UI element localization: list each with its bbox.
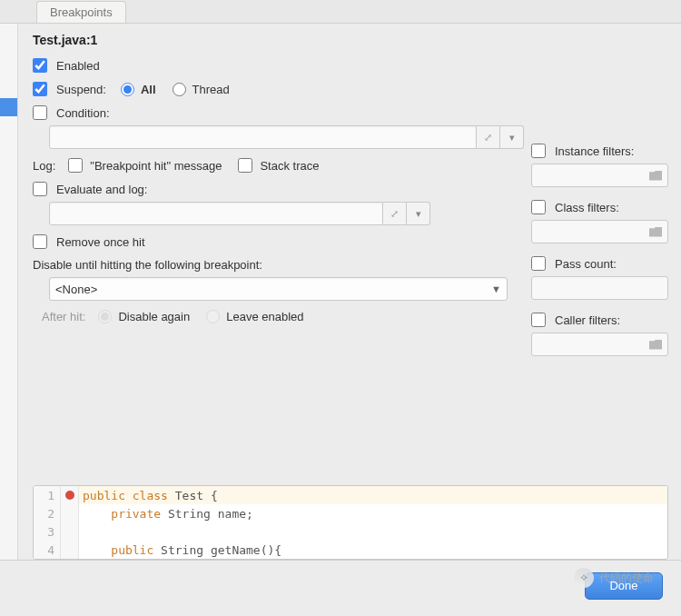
- after-hit-disable-label: Disable again: [118, 310, 190, 323]
- class-filters-checkbox[interactable]: [531, 200, 546, 214]
- code-text: public class Test {: [79, 489, 218, 502]
- expand-icon: [484, 132, 492, 144]
- pass-count-field[interactable]: [531, 276, 668, 300]
- disable-until-value: <None>: [55, 283, 97, 296]
- after-hit-disable-radio: [98, 310, 112, 323]
- after-hit-label: After hit:: [42, 310, 85, 323]
- dialog-footer: ✧ 代码的使命 Done: [0, 560, 681, 611]
- pass-count-label: Pass count:: [555, 257, 617, 271]
- folder-icon: [649, 340, 662, 350]
- evaluate-log-checkbox[interactable]: [33, 182, 47, 196]
- folder-icon: [649, 171, 662, 181]
- evaluate-log-history-dropdown[interactable]: ▾: [407, 202, 430, 225]
- watermark: ✧ 代码的使命: [574, 568, 654, 588]
- gutter[interactable]: [61, 504, 79, 522]
- line-number: 4: [34, 541, 61, 559]
- caller-filters-field[interactable]: [531, 333, 668, 356]
- caller-filters-checkbox[interactable]: [531, 313, 546, 327]
- suspend-thread-radio[interactable]: [173, 83, 186, 96]
- suspend-label: Suspend:: [56, 83, 106, 96]
- breakpoint-icon: [65, 491, 74, 500]
- expand-icon: [390, 208, 399, 220]
- line-number: 3: [34, 522, 61, 541]
- code-line: 2 private String name;: [34, 504, 667, 522]
- instance-filters-checkbox[interactable]: [531, 144, 546, 158]
- log-bphit-checkbox[interactable]: [68, 158, 83, 173]
- condition-expand-button[interactable]: [477, 125, 500, 149]
- disable-until-combo[interactable]: <None> ▼: [49, 277, 508, 301]
- remove-once-checkbox[interactable]: [33, 234, 47, 249]
- evaluate-log-expand-button[interactable]: [383, 202, 407, 225]
- enabled-checkbox[interactable]: [33, 58, 47, 73]
- gutter[interactable]: [61, 541, 79, 559]
- left-list-strip[interactable]: [0, 24, 18, 560]
- log-bphit-label: "Breakpoint hit" message: [90, 159, 222, 173]
- gutter[interactable]: [61, 486, 79, 504]
- suspend-all-label: All: [141, 83, 156, 96]
- line-number: 2: [34, 504, 61, 522]
- log-label: Log:: [33, 159, 55, 173]
- tab-breakpoints[interactable]: Breakpoints: [36, 1, 126, 23]
- evaluate-log-field[interactable]: [49, 202, 383, 225]
- log-stack-label: Stack trace: [260, 159, 319, 173]
- condition-label: Condition:: [56, 106, 110, 120]
- code-text: public String getName(){: [79, 543, 281, 557]
- suspend-all-radio[interactable]: [121, 83, 134, 96]
- tab-bar: Breakpoints: [0, 0, 681, 24]
- class-filters-field[interactable]: [531, 220, 668, 243]
- left-list-selection: [0, 98, 17, 116]
- disable-until-label: Disable until hitting the following brea…: [33, 258, 262, 272]
- log-stack-checkbox[interactable]: [238, 158, 252, 173]
- wechat-icon: ✧: [574, 568, 594, 588]
- condition-checkbox[interactable]: [33, 105, 47, 120]
- line-number: 1: [34, 486, 61, 504]
- code-line: 4 public String getName(){: [34, 541, 667, 559]
- condition-history-dropdown[interactable]: ▾: [500, 125, 524, 149]
- suspend-thread-label: Thread: [192, 83, 230, 96]
- after-hit-leave-label: Leave enabled: [226, 310, 303, 323]
- instance-filters-field[interactable]: [531, 164, 668, 187]
- gutter[interactable]: [61, 522, 79, 541]
- after-hit-leave-radio: [206, 310, 220, 323]
- class-filters-label: Class filters:: [555, 201, 619, 214]
- instance-filters-label: Instance filters:: [555, 144, 634, 158]
- condition-field[interactable]: [49, 125, 477, 149]
- chevron-down-icon: ▼: [491, 283, 501, 294]
- code-text: private String name;: [79, 507, 253, 521]
- breakpoint-title: Test.java:1: [33, 33, 681, 47]
- enabled-label: Enabled: [56, 59, 100, 73]
- code-preview: 1public class Test {2 private String nam…: [33, 485, 668, 560]
- remove-once-label: Remove once hit: [56, 235, 145, 249]
- caller-filters-label: Caller filters:: [555, 313, 620, 327]
- watermark-text: 代码的使命: [599, 571, 654, 586]
- folder-icon: [649, 227, 662, 237]
- code-line: 1public class Test {: [34, 486, 667, 504]
- suspend-checkbox[interactable]: [33, 82, 47, 96]
- code-line: 3: [34, 522, 667, 541]
- pass-count-checkbox[interactable]: [531, 256, 546, 271]
- evaluate-log-label: Evaluate and log:: [56, 183, 147, 196]
